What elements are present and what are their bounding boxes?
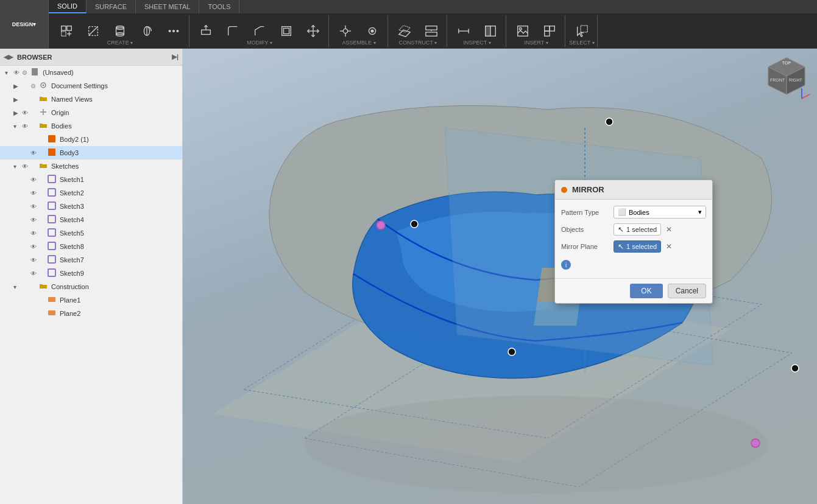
eye-icon-sketch2[interactable]: 👁 [30,190,39,197]
gear-icon-doc-settings[interactable]: ⚙ [30,83,39,89]
expand-icon-sketches[interactable]: ▾ [13,163,22,170]
browser-collapse-btn[interactable]: ▶| [172,53,179,61]
objects-select-btn[interactable]: ↖ 1 selected [614,223,661,236]
eye-icon-sketch1[interactable]: 👁 [30,177,39,183]
eye-icon-sketch8[interactable]: 👁 [30,243,39,250]
mirror-plane-row: Mirror Plane ↖ 1 selected ✕ [561,240,706,253]
tree-item-sketch8[interactable]: 👁 Sketch8 [0,240,182,253]
eye-icon-sketch7[interactable]: 👁 [30,257,39,264]
tree-label-bodies: Bodies [51,122,182,130]
tree-label-sketch7: Sketch7 [60,256,182,264]
tree-label-body2: Body2 (1) [60,136,182,143]
ok-button[interactable]: OK [630,284,662,298]
tree-label-sketch5: Sketch5 [60,229,182,237]
expand-icon-origin[interactable]: ▶ [13,110,22,116]
eye-icon-sketch3[interactable]: 👁 [30,203,39,210]
svg-point-71 [508,348,515,355]
3d-viewport-svg [183,49,817,504]
eye-icon-unsaved[interactable]: 👁 [13,69,22,76]
eye-icon-origin[interactable]: 👁 [22,110,30,116]
tree-item-sketch4[interactable]: 👁 Sketch4 [0,213,182,226]
dialog-header: MIRROR [555,180,712,200]
tree-item-named-views[interactable]: ▶ Named Views [0,93,182,106]
design-button[interactable]: DESIGN ▾ [0,0,49,48]
type-icon-plane2 [48,309,57,319]
expand-icon-construction[interactable]: ▾ [13,284,22,290]
type-icon-sketch2 [48,188,57,198]
svg-rect-0 [62,26,66,30]
expand-icon-bodies[interactable]: ▾ [13,123,22,130]
eye-icon-sketches[interactable]: 👁 [22,163,30,170]
eye-icon-bodies[interactable]: 👁 [22,123,30,130]
svg-rect-38 [518,26,528,36]
expand-icon-named-views[interactable]: ▶ [13,96,22,103]
nav-cube[interactable]: TOP FRONT RIGHT X Z [762,55,811,103]
design-label: DESIGN [12,21,34,27]
tree-item-bodies[interactable]: ▾👁 Bodies [0,119,182,133]
svg-rect-1 [67,26,71,30]
tree-item-sketches[interactable]: ▾👁 Sketches [0,159,182,173]
eye-icon-body3[interactable]: 👁 [30,150,39,156]
create-label: CREATE ▾ [51,40,189,46]
tab-solid[interactable]: SOLID [49,0,87,13]
tree-item-sketch1[interactable]: 👁 Sketch1 [0,173,182,186]
tree-item-sketch7[interactable]: 👁 Sketch7 [0,253,182,267]
tree-label-sketch1: Sketch1 [60,176,182,183]
tree-item-sketch2[interactable]: 👁 Sketch2 [0,186,182,200]
svg-rect-57 [48,256,55,263]
svg-marker-29 [399,25,410,32]
expand-icon-doc-settings[interactable]: ▶ [13,83,22,89]
svg-line-6 [89,26,98,35]
browser-arrows: ◀▶ [4,54,13,60]
svg-rect-30 [426,32,437,35]
tab-sheet-metal[interactable]: SHEET METAL [136,0,199,13]
eye-icon-sketch4[interactable]: 👁 [30,217,39,223]
dialog-info-row: i [561,257,706,272]
tab-tools[interactable]: TOOLS [199,0,239,13]
info-icon: i [561,260,571,270]
tree-label-unsaved: (Unsaved) [43,69,182,76]
svg-rect-40 [545,26,550,30]
expand-icon-unsaved[interactable]: ▾ [5,69,13,76]
pattern-type-label: Pattern Type [561,209,610,216]
tree-item-plane2[interactable]: Plane2 [0,307,182,320]
assemble-group: ASSEMBLE ▾ [330,15,388,47]
tree-item-body2[interactable]: Body2 (1) [0,133,182,146]
tree-label-plane2: Plane2 [60,310,182,317]
tree-item-unsaved[interactable]: ▾👁⚙(Unsaved) [0,66,182,79]
tree-item-origin[interactable]: ▶👁 Origin [0,106,182,119]
gear-icon-unsaved[interactable]: ⚙ [22,69,30,76]
svg-point-64 [305,396,768,493]
construct-group: CONSTRUCT ▾ [389,15,447,47]
type-icon-body3 [48,148,57,158]
mirror-plane-select-btn[interactable]: ↖ 1 selected [614,240,661,253]
tree-item-plane1[interactable]: Plane1 [0,293,182,307]
tree-item-sketch3[interactable]: 👁 Sketch3 [0,200,182,213]
svg-rect-55 [48,229,55,236]
pattern-type-select[interactable]: ⬜ Bodies ▾ [614,206,706,219]
viewport[interactable]: TOP FRONT RIGHT X Z MIRROR Pattern Type … [183,49,817,504]
svg-point-21 [343,29,347,33]
plane-cursor-icon: ↖ [618,242,624,251]
objects-clear-btn[interactable]: ✕ [665,224,673,235]
pattern-type-row: Pattern Type ⬜ Bodies ▾ [561,206,706,219]
eye-icon-sketch5[interactable]: 👁 [30,230,39,237]
type-icon-sketches [39,161,49,172]
dialog-title: MIRROR [572,185,604,194]
cancel-button[interactable]: Cancel [668,284,706,298]
type-icon-sketch1 [48,175,57,185]
tree-item-sketch5[interactable]: 👁 Sketch5 [0,226,182,240]
tree-container: ▾👁⚙(Unsaved)▶ ⚙Document Settings▶ Named … [0,66,182,320]
tree-item-sketch9[interactable]: 👁 Sketch9 [0,267,182,280]
tree-item-doc-settings[interactable]: ▶ ⚙Document Settings [0,79,182,93]
tree-item-construction[interactable]: ▾ Construction [0,280,182,293]
svg-point-13 [173,30,175,32]
objects-label: Objects [561,226,610,233]
browser-panel: ◀▶ BROWSER ▶| ▾👁⚙(Unsaved)▶ ⚙Document Se… [0,49,183,504]
tab-surface[interactable]: SURFACE [87,0,136,13]
mirror-plane-clear-btn[interactable]: ✕ [665,241,673,252]
tree-label-doc-settings: Document Settings [51,82,182,89]
eye-icon-sketch9[interactable]: 👁 [30,270,39,277]
tree-item-body3[interactable]: 👁 Body3 [0,146,182,159]
svg-point-12 [169,30,171,32]
